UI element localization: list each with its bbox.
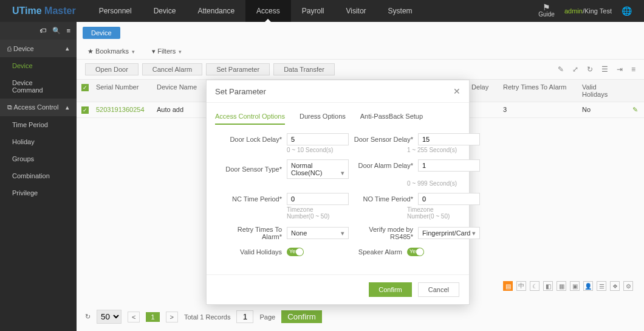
- label-retry-times: Retry Times To Alarm*: [218, 226, 284, 240]
- helper-not: Timezone Number(0 ~ 50): [407, 206, 458, 220]
- modal-confirm-button[interactable]: Confirm: [369, 282, 412, 297]
- tab-duress-options[interactable]: Duress Options: [300, 109, 346, 125]
- label-verify-mode: Verify mode by RS485*: [349, 226, 416, 240]
- input-nc-time-period[interactable]: [287, 193, 349, 205]
- select-retry-times[interactable]: None: [287, 227, 349, 239]
- helper-dld: 0 ~ 10 Second(s): [287, 147, 333, 153]
- helper-dad: 0 ~ 999 Second(s): [407, 180, 457, 187]
- modal-title: Set Parameter: [215, 87, 266, 96]
- helper-dsd: 1 ~ 255 Second(s): [407, 147, 457, 153]
- value-rta: None: [291, 229, 307, 237]
- tab-access-control-options[interactable]: Access Control Options: [215, 109, 285, 125]
- label-speaker-alarm: Speaker Alarm: [338, 248, 405, 256]
- set-parameter-modal: Set Parameter ✕ Access Control Options D…: [206, 80, 470, 305]
- label-nc-time-period: NC Time Period*: [218, 195, 284, 203]
- input-door-lock-delay[interactable]: [287, 133, 349, 145]
- input-door-alarm-delay[interactable]: [418, 159, 480, 172]
- label-valid-holidays: Valid Holidays: [218, 248, 284, 256]
- close-icon[interactable]: ✕: [453, 86, 461, 96]
- label-door-sensor-delay: Door Sensor Delay*: [349, 136, 416, 143]
- label-door-lock-delay: Door Lock Delay*: [218, 136, 284, 143]
- tab-anti-passback[interactable]: Anti-PassBack Setup: [360, 109, 423, 125]
- toggle-speaker-alarm[interactable]: Yes: [407, 248, 424, 256]
- helper-nct: Timezone Number(0 ~ 50): [287, 206, 338, 220]
- label-no-time-period: NO Time Period*: [349, 195, 416, 203]
- toggle-valid-holidays[interactable]: Yes: [287, 248, 304, 256]
- value-dst: Normal Close(NC): [291, 162, 322, 176]
- label-door-alarm-delay: Door Alarm Delay*: [349, 162, 416, 169]
- value-vrm: Fingerprint/Card: [422, 229, 470, 237]
- select-verify-mode[interactable]: Fingerprint/Card: [418, 227, 480, 239]
- select-door-sensor-type[interactable]: Normal Close(NC): [287, 159, 349, 179]
- toggle-yes-2: Yes: [409, 248, 419, 254]
- input-door-sensor-delay[interactable]: [418, 133, 480, 145]
- label-door-sensor-type: Door Sensor Type*: [218, 166, 284, 173]
- modal-cancel-button[interactable]: Cancel: [418, 282, 459, 297]
- input-no-time-period[interactable]: [418, 193, 480, 205]
- toggle-yes-1: Yes: [289, 248, 298, 254]
